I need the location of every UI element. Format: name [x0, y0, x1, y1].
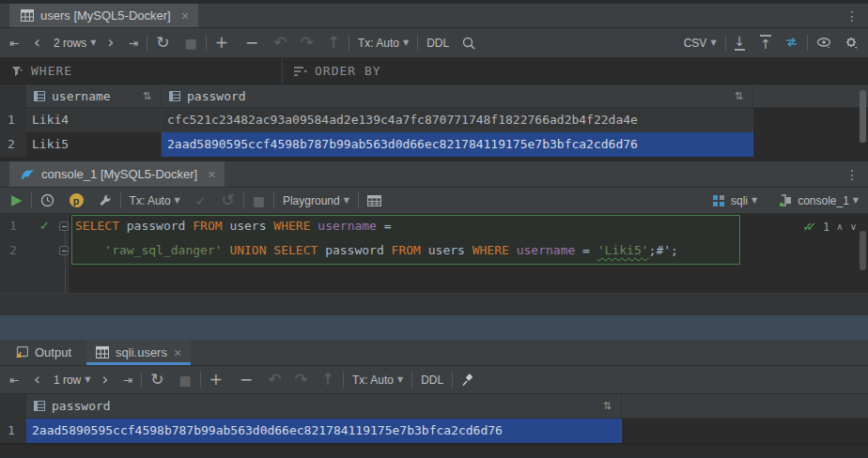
- view-options-icon[interactable]: [816, 38, 831, 49]
- schema-dropdown[interactable]: sqli ▼: [712, 194, 757, 207]
- results-data-grid: password ⇅ 12aad5890595ccf4598b787b99ab5…: [0, 394, 868, 458]
- editor-line[interactable]: 2 'raw_sql_danger' UNION SELECT password…: [0, 238, 868, 263]
- add-row-icon[interactable]: +: [215, 35, 228, 51]
- refresh-icon[interactable]: ↻: [150, 372, 163, 388]
- column-icon: [34, 91, 45, 101]
- settings-gear-icon[interactable]: [845, 37, 859, 50]
- sql-editor[interactable]: 1✓SELECT password FROM users WHERE usern…: [0, 214, 868, 293]
- grid-corner[interactable]: [0, 84, 26, 107]
- sort-icon[interactable]: ⇅: [143, 90, 151, 102]
- refresh-icon[interactable]: ↻: [156, 35, 169, 51]
- pin-tab-icon[interactable]: [461, 374, 474, 387]
- run-icon[interactable]: ▶: [11, 193, 23, 207]
- close-icon[interactable]: ×: [174, 345, 181, 360]
- editor-scrollbar[interactable]: [860, 231, 866, 270]
- previous-page-icon[interactable]: ‹: [34, 35, 40, 51]
- line-number: 2: [9, 238, 17, 263]
- commit-icon: ✓: [195, 194, 207, 207]
- kebab-menu-icon[interactable]: ⋮: [845, 167, 859, 182]
- editor-line[interactable]: 1✓SELECT password FROM users WHERE usern…: [0, 214, 868, 238]
- console-tab-bar: console_1 [MySQL5-Docker] × ⋮: [0, 161, 868, 188]
- row-number[interactable]: 1: [0, 108, 26, 132]
- table-cell[interactable]: Liki4: [26, 108, 162, 132]
- redo-icon: ↷: [300, 35, 313, 51]
- vertical-scrollbar[interactable]: [860, 90, 866, 143]
- mysql-dolphin-icon: [21, 168, 35, 180]
- tab-users-table[interactable]: users [MySQL5-Docker] ×: [9, 4, 198, 27]
- next-page-icon[interactable]: ›: [101, 372, 108, 388]
- tx-mode-dropdown[interactable]: Tx: Auto▼: [352, 374, 403, 387]
- close-icon[interactable]: ×: [208, 167, 215, 182]
- tab-title: console_1 [MySQL5-Docker]: [41, 167, 197, 181]
- column-icon: [169, 91, 180, 101]
- tab-console-1[interactable]: console_1 [MySQL5-Docker] ×: [9, 161, 225, 187]
- page-size-dropdown[interactable]: 1 row▼: [54, 374, 91, 387]
- ddl-button[interactable]: DDL: [421, 374, 443, 387]
- kebab-menu-icon[interactable]: ⋮: [845, 8, 859, 23]
- in-editor-results-icon[interactable]: [367, 195, 381, 206]
- next-result-icon[interactable]: ∨: [850, 221, 857, 232]
- stop-icon: ■: [185, 37, 197, 50]
- ddl-button[interactable]: DDL: [426, 37, 449, 50]
- schema-icon: [712, 194, 725, 206]
- previous-result-icon[interactable]: ∧: [836, 221, 843, 232]
- page-size-dropdown[interactable]: 2 rows▼: [54, 37, 97, 50]
- schema-label: sqli: [731, 194, 748, 207]
- column-header-password[interactable]: password ⇅: [26, 394, 622, 418]
- column-header-password[interactable]: password ⇅: [162, 84, 753, 107]
- tx-mode-dropdown[interactable]: Tx: Auto▼: [130, 194, 180, 207]
- execution-indicator: ✓✓ 1 ∧ ∨: [802, 220, 857, 234]
- playground-mode-dropdown[interactable]: Playground▼: [283, 194, 349, 207]
- grid-header-row: username ⇅ password ⇅: [0, 84, 868, 108]
- last-page-icon[interactable]: ⇥: [123, 374, 132, 386]
- table-cell[interactable]: Liki5: [26, 132, 162, 157]
- delete-row-icon[interactable]: −: [245, 35, 258, 51]
- next-page-icon[interactable]: ›: [107, 35, 114, 51]
- export-data-icon[interactable]: ↓: [735, 35, 746, 51]
- row-number[interactable]: 1: [0, 419, 26, 443]
- grid-rows: 12aad5890595ccf4598b787b99ab563d0d66ec82…: [0, 419, 868, 443]
- table-cell[interactable]: 2aad5890595ccf4598b787b99ab563d0d66ec821…: [26, 419, 622, 443]
- history-clock-icon[interactable]: [40, 193, 54, 207]
- where-filter[interactable]: WHERE: [0, 58, 84, 84]
- tx-mode-label: Tx: Auto: [358, 37, 399, 50]
- stop-icon: ■: [253, 194, 265, 207]
- table-row[interactable]: 12aad5890595ccf4598b787b99ab563d0d66ec82…: [0, 419, 868, 443]
- tab-sqli-users[interactable]: sqli.users ×: [86, 340, 191, 365]
- table-row[interactable]: 1Liki4cfc521c23482ac93a09584ad2e139c4a7f…: [0, 108, 868, 132]
- export-format-dropdown[interactable]: CSV▼: [684, 37, 717, 50]
- editor-bottom-panel: [0, 293, 868, 315]
- table-cell[interactable]: 2aad5890595ccf4598b787b99ab563d0d66ec821…: [162, 132, 753, 157]
- close-icon[interactable]: ×: [181, 8, 189, 23]
- import-data-icon[interactable]: ↑: [760, 35, 771, 51]
- fold-marker-icon[interactable]: [59, 246, 69, 255]
- grid-corner[interactable]: [0, 394, 26, 418]
- tx-mode-dropdown[interactable]: Tx: Auto▼: [358, 37, 409, 50]
- sort-icon[interactable]: ⇅: [735, 90, 743, 102]
- chevron-down-icon: ▼: [85, 375, 90, 384]
- first-page-icon[interactable]: ⇤: [9, 374, 19, 386]
- compare-icon[interactable]: [784, 37, 798, 49]
- wrench-settings-icon[interactable]: [99, 194, 112, 207]
- search-icon[interactable]: [462, 37, 475, 50]
- statement-success-icon[interactable]: ✓: [39, 214, 50, 238]
- row-number[interactable]: 2: [0, 132, 26, 157]
- tab-title: users [MySQL5-Docker]: [40, 8, 171, 23]
- sort-icon[interactable]: ⇅: [603, 400, 612, 412]
- tx-mode-label: Tx: Auto: [352, 374, 394, 387]
- delete-row-icon[interactable]: −: [240, 372, 253, 388]
- last-page-icon[interactable]: ⇥: [129, 38, 138, 49]
- order-by-filter[interactable]: ORDER BY: [282, 58, 393, 84]
- table-cell[interactable]: cfc521c23482ac93a09584ad2e139c4a7fc87077…: [162, 108, 753, 132]
- session-label: console_1: [798, 194, 849, 207]
- tab-output[interactable]: Output: [6, 340, 81, 365]
- previous-page-icon[interactable]: ‹: [34, 372, 40, 388]
- parameters-icon[interactable]: p: [70, 193, 84, 207]
- table-grid-icon: [96, 346, 109, 359]
- add-row-icon[interactable]: +: [209, 372, 223, 388]
- first-page-icon[interactable]: ⇤: [9, 38, 19, 49]
- table-row[interactable]: 2Liki52aad5890595ccf4598b787b99ab563d0d6…: [0, 132, 868, 157]
- session-dropdown[interactable]: console_1 ▼: [778, 194, 859, 207]
- fold-marker-icon[interactable]: [59, 221, 69, 231]
- column-header-username[interactable]: username ⇅: [26, 84, 162, 107]
